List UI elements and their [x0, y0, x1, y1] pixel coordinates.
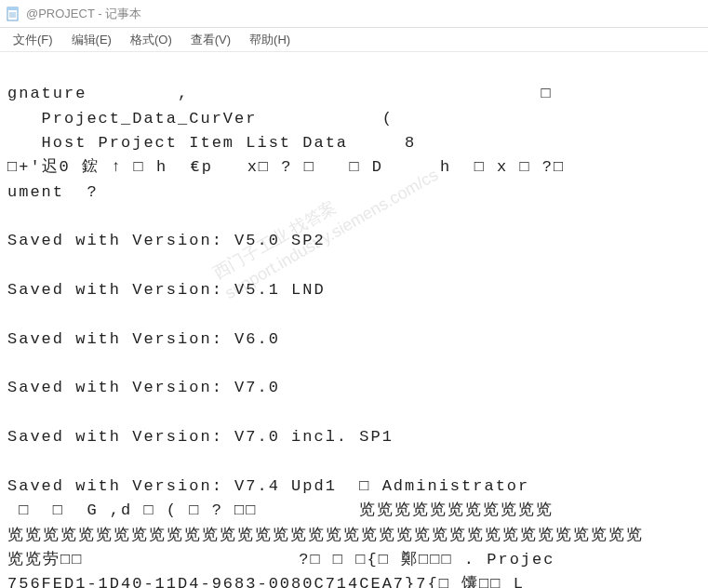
menu-bar: 文件(F) 编辑(E) 格式(O) 查看(V) 帮助(H): [0, 28, 708, 52]
text-line: Saved with Version: V7.4 Upd1 □ Administ…: [7, 477, 529, 495]
text-line: ument ?: [7, 183, 99, 201]
window-title: @PROJECT - 记事本: [26, 6, 141, 22]
text-line: 756FED1-1D40-11D4-9683-0080C714CEA7}7{□ …: [7, 575, 525, 588]
menu-format[interactable]: 格式(O): [121, 30, 181, 50]
text-line: □ □ G ,d □ ( □ ? □□ 览览览览览览览览览览览: [7, 501, 554, 519]
title-bar: @PROJECT - 记事本: [0, 0, 708, 28]
text-line: 览览览览览览览览览览览览览览览览览览览览览览览览览览览览览览览览览览览览: [7, 527, 644, 544]
text-line: Project_Data_CurVer (: [7, 110, 394, 127]
text-line: gnature , □: [7, 85, 553, 102]
text-area[interactable]: gnature , □ Project_Data_CurVer ( Host P…: [0, 52, 708, 588]
notepad-icon: [6, 7, 20, 21]
menu-file[interactable]: 文件(F): [4, 30, 62, 50]
text-line: Saved with Version: V7.0: [7, 379, 280, 396]
svg-rect-1: [7, 7, 18, 10]
text-line: Saved with Version: V6.0: [7, 330, 280, 348]
text-line: Saved with Version: V7.0 incl. SP1: [7, 428, 394, 446]
text-line: □+'迟0 鋐 ↑ □ h €p x□ ? □ □ D h □ x □ ?□: [7, 158, 565, 176]
menu-help[interactable]: 帮助(H): [240, 30, 300, 50]
text-line: Saved with Version: V5.0 SP2: [7, 232, 326, 249]
menu-view[interactable]: 查看(V): [181, 30, 240, 50]
menu-edit[interactable]: 编辑(E): [62, 30, 121, 50]
text-line: Host Project Item List Data 8: [7, 134, 416, 152]
text-line: 览览劳□□ ?□ □ □{□ 鄭□□□ . Projec: [7, 551, 554, 568]
text-line: Saved with Version: V5.1 LND: [7, 281, 326, 299]
